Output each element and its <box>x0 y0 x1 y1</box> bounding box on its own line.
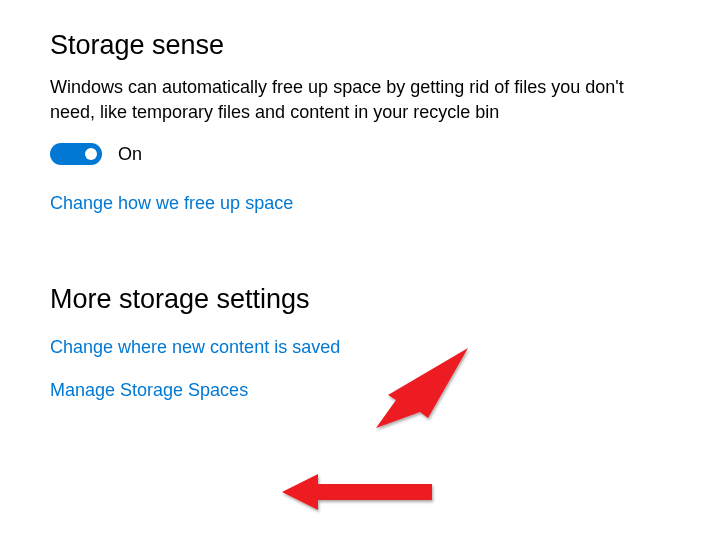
svg-marker-0 <box>376 348 468 428</box>
storage-sense-toggle-row: On <box>50 143 673 165</box>
storage-sense-toggle-label: On <box>118 144 142 165</box>
change-free-up-space-link[interactable]: Change how we free up space <box>50 193 293 214</box>
storage-sense-description: Windows can automatically free up space … <box>50 75 640 125</box>
storage-sense-toggle[interactable] <box>50 143 102 165</box>
storage-sense-heading: Storage sense <box>50 30 673 61</box>
more-storage-settings-heading: More storage settings <box>50 284 673 315</box>
change-where-content-saved-link[interactable]: Change where new content is saved <box>50 337 340 358</box>
annotation-arrow-icon <box>276 470 436 518</box>
annotation-arrow-icon <box>368 340 478 440</box>
toggle-knob-icon <box>85 148 97 160</box>
svg-marker-1 <box>282 474 432 510</box>
manage-storage-spaces-link[interactable]: Manage Storage Spaces <box>50 380 248 401</box>
